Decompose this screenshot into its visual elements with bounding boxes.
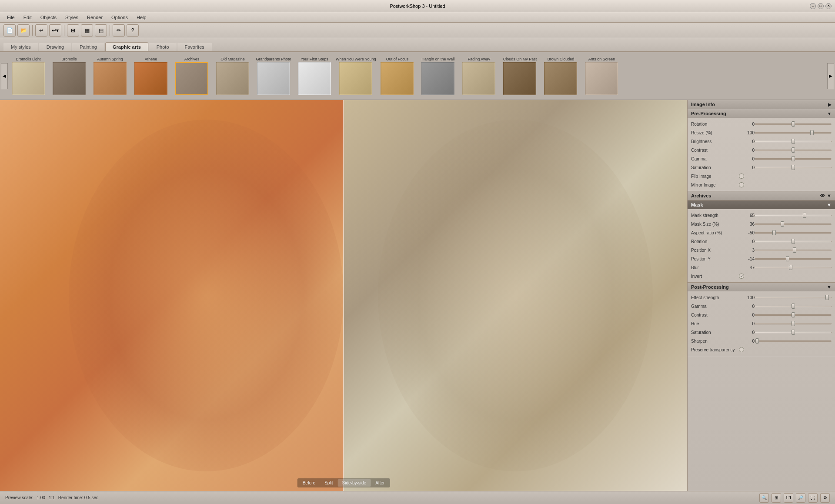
tab-favorites[interactable]: Favorites	[177, 42, 212, 51]
minimize-button[interactable]: –	[810, 3, 816, 9]
preset-clouds-on-my-past[interactable]: Clouds On My Past	[500, 57, 539, 95]
mask-header[interactable]: Mask ▼	[688, 200, 835, 209]
menu-edit[interactable]: Edit	[20, 14, 35, 21]
preserve-transparency-checkbox[interactable]	[739, 347, 744, 352]
effect-strength-slider[interactable]	[755, 294, 832, 300]
menu-objects[interactable]: Objects	[37, 14, 60, 21]
rotation-label: Rotation	[691, 122, 739, 127]
aspect-ratio-slider[interactable]	[755, 230, 832, 236]
post-processing-header[interactable]: Post-Processing ▼	[688, 283, 835, 291]
preset-grandparents-photo[interactable]: Grandparents Photo	[254, 57, 293, 95]
view-sidebyside-button[interactable]: Side-by-side	[338, 479, 371, 487]
section-mask: Mask ▼ Mask strength 65 Mask Size (%) 36	[688, 200, 835, 283]
image-info-header[interactable]: Image Info ▶	[688, 100, 835, 109]
zoom-in-button[interactable]: 🔎	[796, 493, 805, 503]
tab-drawing[interactable]: Drawing	[39, 42, 71, 51]
position-y-slider[interactable]	[755, 256, 832, 262]
rotation-slider[interactable]	[755, 121, 832, 127]
gamma-post-slider[interactable]	[755, 303, 832, 309]
view-after-button[interactable]: After	[371, 479, 389, 487]
tab-photo[interactable]: Photo	[149, 42, 177, 51]
preset-bromolis[interactable]: Bromolis	[50, 57, 89, 95]
preset-bromolis-light[interactable]: Bromolis Light	[9, 57, 48, 95]
hue-slider[interactable]	[755, 320, 832, 327]
invert-checkbox[interactable]	[739, 274, 744, 279]
menu-render[interactable]: Render	[84, 14, 106, 21]
style-tabs: My styles Drawing Painting Graphic arts …	[0, 38, 835, 52]
resize-slider[interactable]	[755, 130, 832, 136]
help-button[interactable]: ?	[127, 24, 139, 37]
menu-file[interactable]: File	[3, 14, 18, 21]
preset-when-you-were-young[interactable]: When You Were Young	[336, 57, 376, 95]
brightness-slider[interactable]	[755, 138, 832, 144]
archives-header[interactable]: Archives 👁 ▼	[688, 191, 835, 200]
close-button[interactable]: ✕	[825, 3, 832, 9]
tab-my-styles[interactable]: My styles	[3, 42, 38, 51]
contrast-post-slider[interactable]	[755, 312, 832, 318]
menu-help[interactable]: Help	[133, 14, 150, 21]
preset-old-magazine[interactable]: Old Magazine	[213, 57, 252, 95]
view-before-button[interactable]: Before	[298, 479, 320, 487]
pre-processing-header[interactable]: Pre-Processing ▼	[688, 109, 835, 118]
preset-hangin-on-the-wall[interactable]: Hangin on the Wall	[418, 57, 458, 95]
blur-slider[interactable]	[755, 264, 832, 270]
mask-rotation-slider[interactable]	[755, 238, 832, 244]
open-button[interactable]: 📂	[17, 24, 30, 37]
color-pick-button[interactable]: ✏	[113, 24, 125, 37]
gamma-pre-slider[interactable]	[755, 156, 832, 162]
post-processing-collapse: ▼	[827, 284, 832, 290]
mirror-image-checkbox[interactable]	[739, 182, 744, 187]
preset-autumn-spring[interactable]: Autumn Spring	[90, 57, 130, 95]
param-effect-strength: Effect strength 100	[688, 293, 835, 302]
param-saturation-pre: Saturation 0	[688, 163, 835, 172]
resize-label: Resize (%)	[691, 130, 739, 135]
preset-ants-on-screen[interactable]: Ants on Screen	[582, 57, 621, 95]
position-x-value: 3	[739, 248, 755, 253]
settings-button[interactable]: ⚙	[820, 493, 830, 503]
position-x-slider[interactable]	[755, 247, 832, 253]
saturation-post-value: 0	[739, 330, 755, 335]
zoom-columns-button[interactable]: ▤	[95, 24, 107, 37]
mask-strength-slider[interactable]	[755, 212, 832, 218]
mask-label: Mask	[691, 202, 703, 207]
post-processing-content: Effect strength 100 Gamma 0 Contrast	[688, 291, 835, 356]
new-button[interactable]: 📄	[3, 24, 16, 37]
preset-archives[interactable]: Archives	[172, 57, 211, 95]
preset-nav-right[interactable]: ▶	[827, 63, 834, 89]
zoom-select-button[interactable]: ⊞	[67, 24, 79, 37]
zoom-out-button[interactable]: 🔍	[759, 493, 769, 503]
preset-athene[interactable]: Athene	[131, 57, 170, 95]
preset-nav-left[interactable]: ◀	[1, 63, 8, 89]
menu-styles[interactable]: Styles	[62, 14, 82, 21]
saturation-post-slider[interactable]	[755, 329, 832, 335]
saturation-pre-slider[interactable]	[755, 164, 832, 170]
preset-your-first-steps[interactable]: Your First Steps	[295, 57, 334, 95]
undo-button[interactable]: ↩	[35, 24, 47, 37]
zoom-grid-button[interactable]: ▦	[81, 24, 93, 37]
zoom-fit-button[interactable]: ⊞	[772, 493, 781, 503]
flip-image-checkbox[interactable]	[739, 174, 744, 179]
resize-value: 100	[739, 130, 755, 135]
param-saturation-post: Saturation 0	[688, 328, 835, 337]
menu-options[interactable]: Options	[108, 14, 131, 21]
split-line	[343, 100, 344, 491]
gamma-pre-value: 0	[739, 157, 755, 161]
mask-size-slider[interactable]	[755, 221, 832, 227]
archives-label: Archives	[691, 193, 711, 198]
fullscreen-button[interactable]: ⛶	[808, 493, 818, 503]
undo-list-button[interactable]: ↩▾	[49, 24, 61, 37]
preset-brown-clouded[interactable]: Brown Clouded	[541, 57, 580, 95]
blur-label: Blur	[691, 265, 739, 270]
tab-graphic-arts[interactable]: Graphic arts	[105, 42, 148, 51]
preset-out-of-focus[interactable]: Out of Focus	[377, 57, 417, 95]
preserve-transparency-checkbox-area	[739, 347, 744, 352]
tab-painting[interactable]: Painting	[72, 42, 104, 51]
view-split-button[interactable]: Split	[320, 479, 337, 487]
separator-3	[110, 25, 110, 36]
maximize-button[interactable]: □	[818, 3, 824, 9]
contrast-pre-slider[interactable]	[755, 147, 832, 153]
render-time: Render time: 0.5 sec	[58, 495, 98, 500]
preset-fading-away[interactable]: Fading Away	[459, 57, 498, 95]
sharpen-slider[interactable]	[755, 338, 832, 344]
zoom-1to1-button[interactable]: 1:1	[784, 493, 793, 503]
